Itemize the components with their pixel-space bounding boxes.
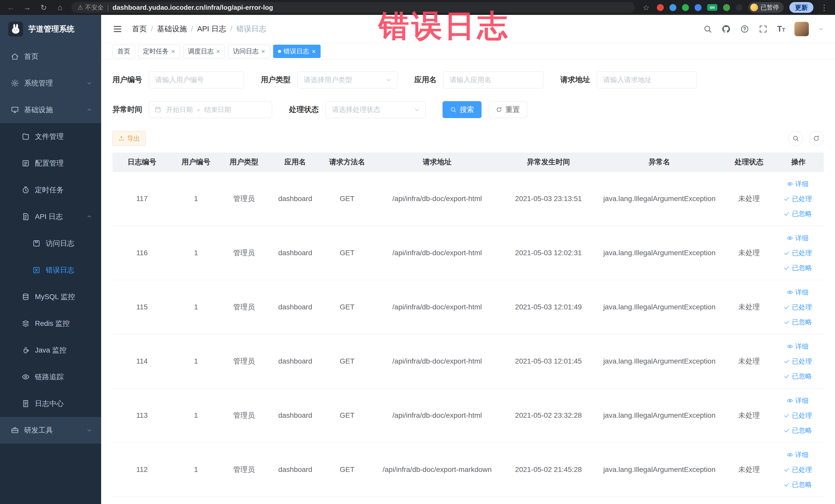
close-icon[interactable]: × [171,48,175,55]
cell-status: 未处理 [725,172,773,226]
action-processed-link[interactable]: 已处理 [776,408,820,423]
search-button-label: 搜索 [460,105,474,115]
sidebar-item-4[interactable]: 配置管理 [0,150,101,177]
chrome-update-button[interactable]: 更新 [789,2,813,13]
topbar-actions: TT [703,22,824,36]
tab-label: 访问日志 [233,47,259,56]
github-icon[interactable] [721,24,731,34]
action-detail-link[interactable]: 详细 [776,393,820,408]
ext-blue-drop-icon[interactable] [669,4,676,11]
user-type-placeholder: 请选择用户类型 [304,75,352,84]
browser-profile-chip[interactable]: 已暂停 [748,2,784,13]
process-status-select[interactable]: 请选择处理状态 [325,101,426,118]
process-status-placeholder: 请选择处理状态 [332,105,381,114]
tab-0[interactable]: 首页 [113,45,135,58]
action-detail-link[interactable]: 详细 [776,339,820,354]
fullscreen-icon[interactable] [758,24,768,34]
action-ignored-link[interactable]: 已忽略 [776,477,820,492]
ext-dark-paw-icon[interactable] [736,4,742,11]
eye-icon [787,343,793,350]
request-url-input[interactable] [597,72,697,88]
action-ignored-link[interactable]: 已忽略 [776,423,820,438]
sidebar-item-7[interactable]: 访问日志 [0,230,101,257]
gear-icon [11,79,19,87]
exception-time-range-picker[interactable]: 开始日期 - 结束日期 [149,101,272,118]
close-icon[interactable]: × [261,48,265,55]
sidebar-item-13[interactable]: 日志中心 [0,390,101,417]
ext-red-circle-icon[interactable] [657,4,664,11]
sidebar-item-9[interactable]: MySQL 监控 [0,283,101,310]
action-ignored-link[interactable]: 已忽略 [776,315,820,329]
app-name-input[interactable] [443,72,544,88]
search-button[interactable]: 搜索 [443,101,482,118]
action-processed-link[interactable]: 已处理 [776,462,820,477]
chevron-down-icon[interactable] [818,26,824,32]
collapse-menu-icon[interactable] [113,24,123,34]
ext-green-circle-icon[interactable] [682,4,689,11]
cell-actions: 详细已处理已忽略 [773,226,824,280]
action-detail-link[interactable]: 详细 [776,176,820,191]
reload-icon[interactable]: ↻ [39,3,49,12]
reset-button-label: 重置 [505,105,520,115]
reset-button[interactable]: 重置 [488,101,527,118]
address-bar[interactable]: ⚠ 不安全 | dashboard.yudao.iocoder.cn/infra… [72,2,635,13]
sidebar-item-14[interactable]: 研发工具 [0,417,101,444]
action-ignored-link[interactable]: 已忽略 [776,369,820,384]
hide-search-button[interactable] [788,131,803,146]
sidebar-item-3[interactable]: 文件管理 [0,123,101,150]
check-icon [783,250,790,256]
ext-blue-grid-icon[interactable] [695,4,701,11]
action-processed-link[interactable]: 已处理 [776,245,820,260]
breadcrumb-home[interactable]: 首页 [132,24,147,34]
action-processed-link[interactable]: 已处理 [776,300,820,315]
not-secure-warning[interactable]: ⚠ 不安全 [78,3,104,12]
cell-actions: 详细已处理已忽略 [773,443,824,497]
sidebar-item-0[interactable]: 首页 [0,43,101,70]
sidebar-item-11[interactable]: Java 监控 [0,337,101,364]
breadcrumb-infra[interactable]: 基础设施 [157,24,187,34]
tab-4[interactable]: 错误日志× [273,45,321,58]
action-detail-link[interactable]: 详细 [776,230,820,245]
sidebar-item-8[interactable]: 错误日志 [0,257,101,283]
sidebar-item-1[interactable]: 系统管理 [0,70,101,97]
sidebar-item-12[interactable]: 链路追踪 [0,364,101,390]
sidebar-logo[interactable]: 芋道管理系统 [0,15,101,43]
timer-icon [22,186,30,194]
close-icon[interactable]: × [216,48,220,55]
tab-1[interactable]: 定时任务× [138,45,180,58]
ext-on-badge-icon[interactable]: on [707,4,717,11]
home-icon[interactable]: ⌂ [55,3,65,12]
bookmark-star-icon[interactable]: ☆ [641,3,651,12]
font-size-icon[interactable]: TT [777,24,785,34]
sidebar-item-2[interactable]: 基础设施 [0,97,101,123]
action-detail-link[interactable]: 详细 [776,285,820,300]
user-id-input[interactable] [149,72,244,88]
forward-icon[interactable]: → [22,3,32,12]
action-processed-link[interactable]: 已处理 [776,354,820,369]
chevron-down-icon [86,427,93,434]
action-ignored-link[interactable]: 已忽略 [776,260,820,275]
export-button[interactable]: 导出 [113,131,146,146]
user-type-select[interactable]: 请选择用户类型 [297,72,398,88]
refresh-table-button[interactable] [809,131,824,146]
action-ignored-link[interactable]: 已忽略 [776,206,820,221]
sidebar-item-6[interactable]: API 日志 [0,203,101,230]
action-detail-link[interactable]: 详细 [776,447,820,462]
browser-menu-kebab-icon[interactable]: ⋮ [819,3,829,12]
sidebar-item-10[interactable]: Redis 监控 [0,310,101,337]
back-icon[interactable]: ← [6,3,16,12]
ext-green-leaf-icon[interactable] [723,4,730,11]
breadcrumb-api-log[interactable]: API 日志 [197,24,226,34]
table-row: 1161管理员dashboardGET/api/infra/db-doc/exp… [113,226,824,280]
sidebar-item-label: 日志中心 [35,399,64,408]
sidebar-item-5[interactable]: 定时任务 [0,177,101,203]
tab-3[interactable]: 访问日志× [228,45,270,58]
help-question-icon[interactable] [740,24,749,34]
user-avatar[interactable] [794,22,809,36]
tab-2[interactable]: 调度日志× [183,45,225,58]
search-icon[interactable] [703,24,712,34]
check-icon [783,304,790,310]
close-icon[interactable]: × [312,48,316,55]
cell-log-id: 116 [113,226,171,280]
action-processed-link[interactable]: 已处理 [776,191,820,206]
